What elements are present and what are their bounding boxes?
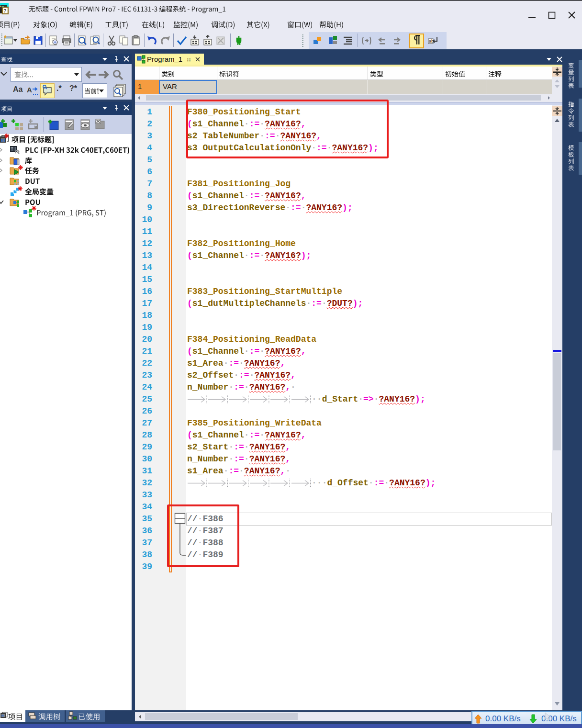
svg-text:7: 7 bbox=[4, 8, 7, 13]
svg-text:A: A bbox=[27, 86, 32, 94]
